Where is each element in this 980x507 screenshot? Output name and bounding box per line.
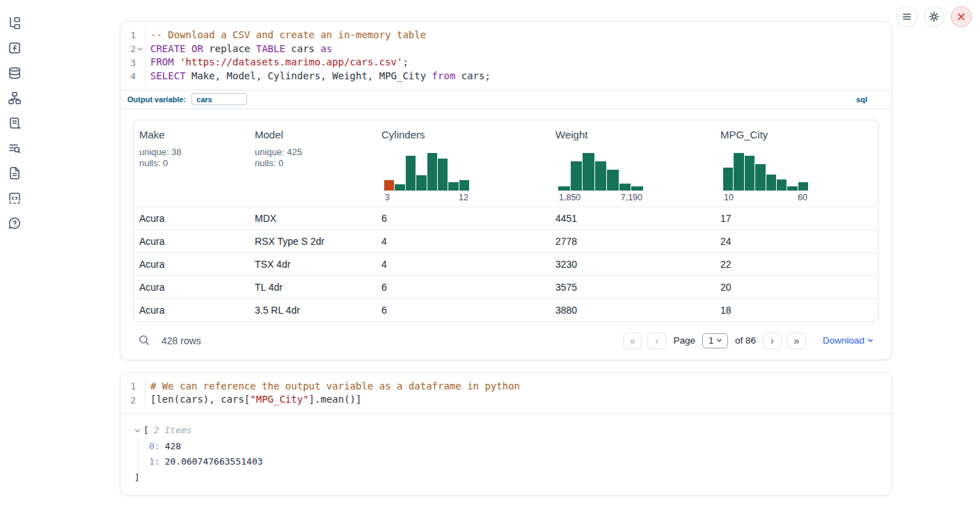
gutter-line: 3	[125, 56, 145, 70]
table-cell: 2778	[550, 230, 715, 252]
language-badge: sql	[856, 95, 867, 104]
chevron-down-icon	[867, 337, 874, 344]
sql-code-editor[interactable]: 1234 -- Download a CSV and create an in-…	[120, 22, 892, 90]
column-header-cylinders: Cylinders312	[376, 120, 550, 207]
column-header-mpg_city: MPG_City1060	[715, 120, 878, 207]
column-name: Make	[139, 129, 244, 140]
data-table: Makeunique: 38nulls: 0Modelunique: 425nu…	[133, 120, 879, 322]
tree-entry-value: 428	[165, 441, 181, 451]
code-token: from	[432, 70, 456, 81]
help-icon[interactable]	[7, 216, 22, 231]
shutdown-button[interactable]	[951, 6, 972, 27]
histogram-axis-labels: 312	[384, 193, 469, 204]
histogram-bar	[595, 161, 607, 191]
outline-search-icon[interactable]	[7, 140, 22, 156]
histogram-bar	[745, 156, 754, 191]
code-token: [len(cars), cars[	[150, 394, 250, 405]
table-cell: Acura	[134, 253, 249, 275]
gutter-line: 1	[125, 380, 145, 394]
output-variable-input[interactable]	[191, 93, 247, 105]
page-label: Page	[673, 335, 695, 346]
code-token	[174, 56, 180, 67]
histogram-bar	[766, 175, 776, 191]
gutter-line: 2	[125, 393, 145, 407]
code-lines: # We can reference the output variable a…	[145, 380, 520, 407]
collapse-chevron-icon[interactable]	[134, 428, 141, 434]
page-total-label: of 86	[735, 335, 756, 346]
documentation-icon[interactable]	[7, 166, 22, 181]
table-cell: Acura	[134, 276, 249, 298]
histogram: 1060	[723, 153, 808, 204]
histogram-bar	[571, 161, 583, 191]
search-button[interactable]	[139, 335, 150, 346]
column-stat: nulls: 0	[139, 158, 244, 170]
first-page-button[interactable]: «	[623, 332, 642, 349]
code-lines: -- Download a CSV and create an in-memor…	[145, 29, 491, 83]
histogram-bar	[777, 179, 787, 191]
menu-button[interactable]	[896, 6, 917, 27]
code-token: cars	[285, 43, 321, 54]
page-select[interactable]: 1	[702, 333, 728, 348]
last-page-button[interactable]: »	[787, 332, 806, 349]
file-explorer-icon[interactable]	[7, 15, 22, 31]
line-number: 2	[125, 44, 136, 54]
table-cell: 3880	[550, 299, 715, 321]
prev-page-button[interactable]: ‹	[647, 332, 666, 349]
table-cell: TSX 4dr	[249, 253, 376, 275]
python-code-editor[interactable]: 12 # We can reference the output variabl…	[120, 373, 892, 413]
table-cell: TL 4dr	[249, 276, 376, 298]
settings-button[interactable]	[924, 6, 945, 27]
tree-entry-key: 0:	[149, 441, 160, 451]
chevron-down-icon	[716, 337, 722, 344]
close-icon	[957, 13, 965, 21]
line-number: 2	[125, 395, 136, 405]
histogram-bar	[734, 153, 743, 191]
open-bracket: [	[143, 423, 149, 439]
logs-icon[interactable]	[7, 115, 22, 131]
code-line: FROM 'https://datasets.marimo.app/cars.c…	[150, 56, 491, 70]
column-stats: unique: 425nulls: 0	[255, 147, 370, 170]
table-cell: 24	[715, 230, 878, 252]
histogram-bar	[619, 184, 631, 191]
table-row: AcuraMDX6445117	[134, 207, 878, 230]
gutter-line: 2	[125, 42, 145, 56]
histogram-bar	[395, 184, 404, 191]
table-cell: 17	[715, 207, 878, 230]
sql-options-bar: Output variable: sql	[120, 90, 892, 108]
histogram-bar	[787, 186, 797, 191]
data-sources-icon[interactable]	[7, 65, 22, 81]
search-icon	[139, 335, 150, 346]
snippets-icon[interactable]	[7, 191, 22, 206]
output-variable-label: Output variable:	[127, 95, 186, 104]
code-token: 'https://datasets.marimo.app/cars.csv'	[180, 56, 402, 67]
items-count-label: 2 Items	[154, 423, 192, 439]
histogram-bar	[416, 175, 426, 191]
table-body: AcuraMDX6445117AcuraRSX Type S 2dr427782…	[134, 207, 878, 321]
code-token: replace	[203, 43, 256, 54]
table-cell: 3.5 RL 4dr	[249, 299, 376, 321]
code-token: OR	[191, 43, 203, 54]
histogram-max-label: 60	[798, 193, 807, 204]
variables-icon[interactable]	[7, 40, 22, 56]
download-button[interactable]: Download	[823, 335, 874, 346]
table-cell: 20	[715, 276, 878, 298]
histogram-bar	[583, 153, 594, 191]
next-page-button[interactable]: ›	[763, 332, 782, 349]
histogram-bar	[558, 186, 570, 191]
code-token: as	[320, 43, 332, 54]
result-tree: [ 2 Items 0:4281:20.060747663551403 ]	[120, 414, 892, 495]
table-cell: Acura	[134, 207, 249, 230]
code-token	[186, 43, 191, 54]
table-cell: 4451	[550, 207, 715, 230]
download-label: Download	[823, 335, 864, 346]
dependency-graph-icon[interactable]	[7, 90, 22, 106]
histogram-bar	[723, 168, 733, 191]
code-token: # We can reference the output variable a…	[150, 380, 520, 392]
fold-chevron-icon[interactable]	[136, 46, 145, 52]
sql-cell: 1234 -- Download a CSV and create an in-…	[120, 21, 892, 360]
histogram-max-label: 7,190	[621, 193, 642, 204]
histogram: 1,8507,190	[558, 153, 643, 204]
histogram-bar	[448, 182, 458, 191]
table-row: AcuraTSX 4dr4323022	[134, 252, 878, 275]
column-header-weight: Weight1,8507,190	[550, 120, 715, 207]
